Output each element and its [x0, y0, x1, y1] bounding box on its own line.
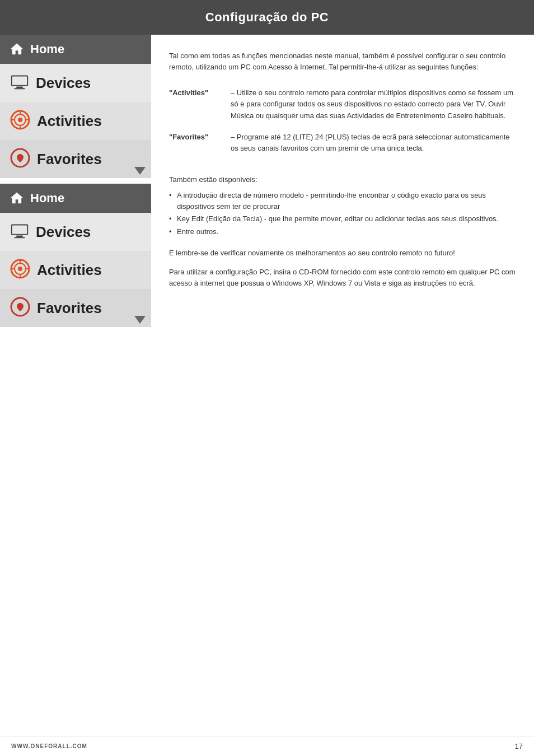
table-row: "Favorites" – Programe até 12 (LITE) 24 … [169, 129, 516, 162]
table-row: "Activities" – Utilize o seu controlo re… [169, 85, 516, 129]
devices-icon-1 [9, 71, 30, 95]
sidebar-home-label-2: Home [30, 191, 64, 206]
content-bullets-list: A introdução directa de número modelo - … [169, 190, 516, 237]
svg-rect-14 [16, 236, 22, 237]
content-definitions-table: "Activities" – Utilize o seu controlo re… [169, 85, 516, 162]
footer-page-number: 17 [515, 742, 523, 750]
chevron-down-icon-2 [134, 316, 146, 324]
sidebar-item-devices-2[interactable]: Devices [0, 213, 151, 251]
sidebar: Home Devices [0, 35, 151, 736]
sidebar-item-home-2[interactable]: Home [0, 184, 151, 213]
sidebar-favorites-label-1: Favorites [37, 151, 102, 168]
svg-rect-15 [15, 237, 25, 238]
page-footer: WWW.ONEFORALL.COM 17 [0, 736, 534, 756]
list-item: A introdução directa de número modelo - … [169, 190, 516, 212]
term-favorites: "Favorites" [169, 129, 231, 162]
content-also-available: Também estão disponíveis: [169, 174, 516, 185]
svg-point-6 [18, 118, 22, 122]
sidebar-devices-label-1: Devices [36, 74, 91, 92]
list-item: Entre outros. [169, 226, 516, 237]
favorites-icon-2 [9, 296, 31, 320]
sidebar-home-label-1: Home [30, 42, 64, 57]
sidebar-item-activities-2[interactable]: Activities [0, 251, 151, 289]
favorites-icon-1 [9, 147, 31, 171]
svg-rect-2 [16, 87, 22, 88]
svg-rect-3 [15, 88, 25, 89]
svg-rect-13 [12, 226, 27, 234]
sidebar-group-1: Home Devices [0, 35, 151, 178]
devices-icon-2 [9, 220, 30, 244]
def-favorites: – Programe até 12 (LITE) 24 (PLUS) tecla… [231, 129, 516, 162]
content-para: Para utilizar a configuração PC, insira … [169, 267, 516, 289]
def-activities: – Utilize o seu controlo remoto para con… [231, 85, 516, 129]
sidebar-item-favorites-1[interactable]: Favorites [0, 140, 151, 178]
sidebar-separator [0, 178, 151, 184]
svg-point-18 [18, 267, 22, 271]
sidebar-devices-label-2: Devices [36, 223, 91, 241]
sidebar-favorites-label-2: Favorites [37, 300, 102, 317]
list-item: Key Edit (Edição da Tecla) - que lhe per… [169, 213, 516, 225]
content-intro: Tal como em todas as funções mencionadas… [169, 50, 516, 73]
content-note: E lembre-se de verificar novamente os me… [169, 248, 516, 259]
home-icon-2 [9, 190, 25, 206]
sidebar-item-home-1[interactable]: Home [0, 35, 151, 64]
sidebar-item-favorites-2[interactable]: Favorites [0, 289, 151, 327]
content-area: Tal como em todas as funções mencionadas… [151, 35, 534, 736]
sidebar-item-devices-1[interactable]: Devices [0, 64, 151, 102]
sidebar-activities-label-2: Activities [37, 262, 102, 279]
footer-url: WWW.ONEFORALL.COM [11, 743, 87, 749]
sidebar-item-activities-1[interactable]: Activities [0, 102, 151, 140]
sidebar-activities-label-1: Activities [37, 113, 102, 130]
activities-icon-2 [9, 258, 31, 282]
term-activities: "Activities" [169, 85, 231, 129]
svg-rect-1 [12, 77, 27, 85]
activities-icon-1 [9, 109, 31, 133]
page-title: Configuração do PC [0, 0, 534, 35]
chevron-down-icon-1 [134, 167, 146, 175]
sidebar-group-2: Home Devices [0, 184, 151, 327]
home-icon [9, 41, 25, 57]
